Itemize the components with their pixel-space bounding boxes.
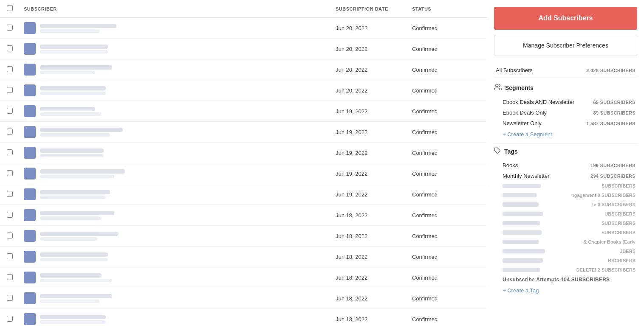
row-checkbox[interactable] [7,316,13,322]
row-status: Confirmed [412,316,480,322]
tag-item-blurred[interactable]: & Chapter Books (Early [494,237,637,247]
tag-count-blurred: JBERS [620,249,636,254]
tag-name-blurred [503,193,537,197]
add-subscribers-button[interactable]: Add Subscribers [494,7,637,30]
tag-item-blurred[interactable]: UBSCRIBERS [494,209,637,219]
create-tag-link[interactable]: + Create a Tag [494,285,540,296]
sidebar: Add Subscribers Manage Subscriber Prefer… [487,0,644,328]
subscriber-info [40,232,119,241]
row-checkbox[interactable] [7,129,13,135]
row-checkbox-col [7,66,24,73]
table-row[interactable]: Jun 19, 2022 Confirmed [0,101,487,122]
subscriber-name-blurred [40,169,125,174]
table-row[interactable]: Jun 20, 2022 Confirmed [0,18,487,39]
row-checkbox[interactable] [7,45,13,51]
table-row[interactable]: Jun 18, 2022 Confirmed [0,309,487,328]
avatar [24,147,36,159]
subscriber-email-blurred [40,71,95,74]
subscriber-name-blurred [40,45,108,49]
row-subscriber [24,292,336,304]
table-row[interactable]: Jun 19, 2022 Confirmed [0,184,487,205]
row-checkbox[interactable] [7,212,13,218]
row-subscriber [24,64,336,76]
segment-item[interactable]: Ebook Deals Only 89 SUBSCRIBERS [494,107,637,118]
tag-item-blurred[interactable]: SUBSCRIBERS [494,228,637,237]
table-row[interactable]: Jun 18, 2022 Confirmed [0,267,487,288]
row-checkbox[interactable] [7,191,13,197]
subscriber-name-blurred [40,24,116,28]
all-subscribers-row[interactable]: All Subscribers 2,028 SUBSCRIBERS [494,63,637,78]
subscriber-info [40,315,106,324]
row-subscriber [24,43,336,55]
all-subscribers-count: 2,028 SUBSCRIBERS [586,68,636,73]
table-row[interactable]: Jun 18, 2022 Confirmed [0,247,487,267]
subscriber-email-blurred [40,50,108,53]
subscriber-name-blurred [40,128,123,132]
subscriber-col-header: SUBSCRIBER [24,6,336,11]
tag-name: Books [503,162,518,168]
subscriber-email-blurred [40,320,106,324]
table-row[interactable]: Jun 19, 2022 Confirmed [0,143,487,163]
tag-item-blurred[interactable]: ngagement 0 SUBSCRIBERS [494,191,637,200]
subscriber-email-blurred [40,92,106,95]
tag-count-blurred: SUBSCRIBERS [602,221,636,226]
row-status: Confirmed [412,25,480,31]
row-date: Jun 20, 2022 [336,67,412,73]
row-checkbox[interactable] [7,149,13,155]
row-subscriber [24,230,336,242]
row-checkbox[interactable] [7,233,13,238]
tag-name-blurred [503,202,539,207]
table-row[interactable]: Jun 18, 2022 Confirmed [0,226,487,247]
table-row[interactable]: Jun 18, 2022 Confirmed [0,288,487,309]
select-all-col [7,5,24,12]
avatar [24,43,36,55]
tag-item-blurred[interactable]: SUBSCRIBERS [494,181,637,191]
subscriber-email-blurred [40,175,114,178]
row-checkbox[interactable] [7,108,13,114]
row-checkbox-col [7,316,24,323]
manage-prefs-button[interactable]: Manage Subscriber Preferences [494,35,637,56]
avatar [24,272,36,283]
row-checkbox-col [7,253,24,261]
table-row[interactable]: Jun 18, 2022 Confirmed [0,205,487,226]
segment-count: 1,587 SUBSCRIBERS [586,121,636,126]
create-segment-link[interactable]: + Create a Segment [494,129,554,140]
table-row[interactable]: Jun 20, 2022 Confirmed [0,39,487,59]
row-status: Confirmed [412,150,480,156]
subscriber-info [40,169,125,178]
avatar [24,292,36,304]
row-checkbox[interactable] [7,274,13,280]
row-checkbox[interactable] [7,170,13,176]
table-row[interactable]: Jun 20, 2022 Confirmed [0,80,487,101]
row-checkbox[interactable] [7,87,13,93]
tag-item-blurred[interactable]: Unsubscribe Attempts 104 SUBSCRIBERS [494,275,637,285]
segment-item[interactable]: Newsletter Only 1,587 SUBSCRIBERS [494,118,637,129]
table-row[interactable]: Jun 19, 2022 Confirmed [0,122,487,143]
row-checkbox[interactable] [7,295,13,301]
row-checkbox[interactable] [7,253,13,259]
tag-name-blurred [503,184,541,188]
segment-item[interactable]: Ebook Deals AND Newsletter 65 SUBSCRIBER… [494,97,637,107]
tag-item-blurred[interactable]: SUBSCRIBERS [494,219,637,228]
subscriber-email-blurred [40,154,104,157]
tag-item[interactable]: Books 199 SUBSCRIBERS [494,160,637,171]
tag-item-blurred[interactable]: te 0 SUBSCRIBERS [494,200,637,209]
table-row[interactable]: Jun 19, 2022 Confirmed [0,163,487,184]
row-checkbox[interactable] [7,25,13,31]
select-all-checkbox[interactable] [7,5,13,11]
tag-item-blurred[interactable]: JBERS [494,247,637,256]
row-date: Jun 18, 2022 [336,254,412,260]
tag-item-blurred[interactable]: BSCRIBERS [494,256,637,265]
avatar [24,168,36,179]
tag-count: 294 SUBSCRIBERS [590,174,636,179]
row-subscriber [24,126,336,138]
table-row[interactable]: Jun 20, 2022 Confirmed [0,59,487,80]
subscriber-name-blurred [40,65,112,70]
segment-count: 89 SUBSCRIBERS [593,110,636,115]
row-checkbox[interactable] [7,66,13,72]
tag-item[interactable]: Monthly Newsletter 294 SUBSCRIBERS [494,171,637,181]
row-date: Jun 19, 2022 [336,150,412,156]
avatar [24,126,36,138]
tag-item-blurred[interactable]: DELETE! 2 SUBSCRIBERS [494,265,637,275]
subscriber-email-blurred [40,133,110,137]
